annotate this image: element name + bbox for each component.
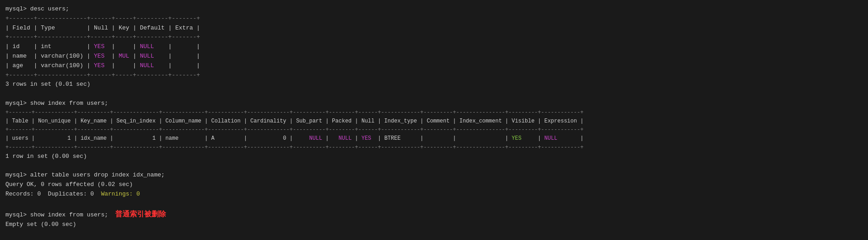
table-header: | Field | Type | Null | Key | Default | … — [5, 24, 863, 33]
row-count-index: 1 row in set (0.00 sec) — [5, 152, 863, 162]
row-count-desc: 3 rows in set (0.01 sec) — [5, 80, 863, 89]
table-row-name: | name | varchar(100) | YES | MUL | NULL… — [5, 52, 863, 61]
cmd-show-index-2: mysql> show index from users; 普通索引被删除 — [5, 208, 863, 220]
table-border: +-------+--------------+------+-----+---… — [5, 71, 863, 80]
index-header: | Table | Non_unique | Key_name | Seq_in… — [5, 117, 863, 126]
table-border: +-------+--------------+------+-----+---… — [5, 14, 863, 24]
blank-line — [5, 230, 863, 239]
blank-line — [5, 89, 863, 99]
query-ok: Query OK, 0 rows affected (0.02 sec) — [5, 180, 863, 190]
annotation-text: 普通索引被删除 — [115, 210, 166, 218]
cmd-alter-table: mysql> alter table users drop index idx_… — [5, 171, 863, 180]
index-row: | users | 1 | idx_name | 1 | name | A | … — [5, 134, 863, 143]
cmd-show-index: mysql> show index from users; — [5, 99, 863, 108]
blank-line — [5, 199, 863, 209]
index-border: +-------+------------+----------+-------… — [5, 126, 863, 134]
index-border: +-------+------------+----------+-------… — [5, 143, 863, 152]
table-row-age: | age | varchar(100) | YES | | NULL | | — [5, 61, 863, 71]
cmd-desc-users: mysql> desc users; — [5, 5, 863, 14]
table-row-id: | id | int | YES | | NULL | | — [5, 42, 863, 52]
index-border: +-------+------------+----------+-------… — [5, 108, 863, 117]
records-line: Records: 0 Duplicates: 0 Warnings: 0 — [5, 190, 863, 199]
terminal: mysql> desc users; +-------+------------… — [0, 0, 868, 240]
empty-set: Empty set (0.00 sec) — [5, 220, 863, 230]
table-border: +-------+--------------+------+-----+---… — [5, 33, 863, 42]
blank-line — [5, 162, 863, 171]
